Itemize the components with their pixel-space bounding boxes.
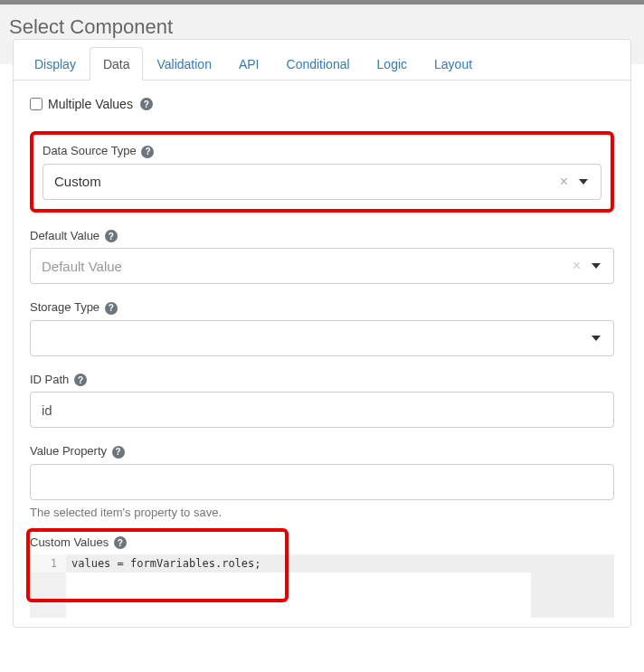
id-path-field: ID Path ?	[30, 373, 614, 429]
value-property-label: Value Property ?	[30, 444, 614, 459]
data-source-type-label-text: Data Source Type	[43, 144, 137, 157]
tab-layout[interactable]: Layout	[421, 47, 486, 80]
storage-type-label: Storage Type ?	[30, 300, 614, 315]
help-icon[interactable]: ?	[114, 536, 127, 549]
value-property-label-text: Value Property	[30, 444, 107, 458]
code-editor[interactable]: 1 values = formVariables.roles;	[30, 554, 614, 618]
help-icon[interactable]: ?	[112, 446, 125, 459]
id-path-label-text: ID Path	[30, 373, 69, 386]
value-property-field: Value Property ? The selected item's pro…	[30, 444, 614, 519]
custom-values-label: Custom Values ?	[30, 535, 614, 550]
default-value-label: Default Value ?	[30, 229, 614, 243]
default-value-label-text: Default Value	[30, 229, 99, 242]
multiple-values-checkbox[interactable]	[30, 98, 43, 110]
tab-container: Display Data Validation API Conditional …	[13, 39, 631, 628]
data-source-type-select[interactable]: Custom ×	[43, 164, 601, 200]
gutter-blank	[30, 573, 66, 618]
tab-api[interactable]: API	[225, 47, 273, 80]
custom-values-label-text: Custom Values	[30, 535, 109, 549]
line-number: 1	[30, 554, 66, 573]
editor-right-panel	[531, 554, 614, 618]
code-blank-area[interactable]	[30, 573, 531, 618]
custom-values-field: Custom Values ? 1 values = formVariables…	[30, 535, 614, 619]
default-value-field: Default Value ? Default Value ×	[30, 229, 614, 285]
tab-body: Multiple Values ? Data Source Type ? Cus…	[14, 80, 630, 627]
data-source-type-highlight: Data Source Type ? Custom ×	[30, 131, 614, 213]
value-property-input[interactable]	[30, 464, 614, 500]
chevron-down-icon[interactable]	[592, 263, 601, 269]
tab-bar: Display Data Validation API Conditional …	[14, 40, 630, 80]
default-value-placeholder: Default Value	[42, 259, 567, 274]
chevron-down-icon[interactable]	[592, 336, 601, 341]
help-icon[interactable]: ?	[105, 230, 118, 242]
storage-type-field: Storage Type ?	[30, 300, 614, 356]
clear-icon[interactable]: ×	[554, 174, 573, 190]
clear-icon[interactable]: ×	[567, 258, 586, 274]
dialog-title: Select Component	[9, 15, 635, 39]
code-blank	[66, 573, 531, 618]
storage-type-label-text: Storage Type	[30, 300, 99, 314]
tab-validation[interactable]: Validation	[143, 47, 224, 80]
id-path-label: ID Path ?	[30, 373, 614, 387]
help-icon[interactable]: ?	[141, 146, 154, 158]
data-source-type-label: Data Source Type ?	[43, 144, 601, 158]
help-icon[interactable]: ?	[74, 374, 87, 386]
help-icon[interactable]: ?	[105, 302, 118, 315]
tab-display[interactable]: Display	[21, 47, 90, 80]
code-line: 1 values = formVariables.roles;	[30, 554, 531, 573]
tab-conditional[interactable]: Conditional	[273, 47, 364, 80]
tab-data[interactable]: Data	[90, 47, 144, 80]
storage-type-select[interactable]	[30, 320, 614, 356]
default-value-select[interactable]: Default Value ×	[30, 248, 614, 284]
multiple-values-label: Multiple Values	[48, 97, 133, 111]
chevron-down-icon[interactable]	[579, 179, 588, 185]
code-text: values = formVariables.roles;	[66, 554, 531, 573]
id-path-input[interactable]	[30, 392, 614, 428]
multiple-values-row: Multiple Values ?	[30, 97, 614, 111]
value-property-helper: The selected item's property to save.	[30, 506, 614, 519]
data-source-type-value: Custom	[54, 174, 554, 189]
help-icon[interactable]: ?	[140, 98, 153, 110]
tab-logic[interactable]: Logic	[364, 47, 421, 80]
